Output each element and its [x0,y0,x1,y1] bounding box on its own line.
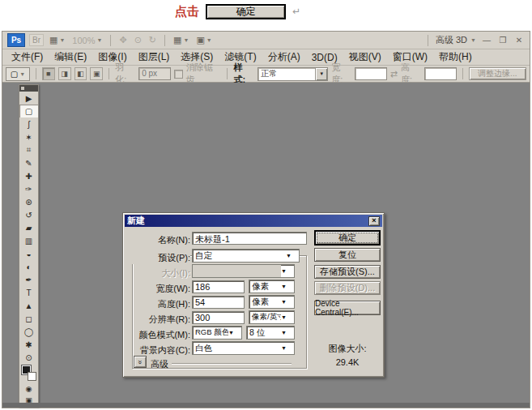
move-tool[interactable]: ▶ [19,92,38,105]
name-input[interactable]: 未标题-1 [192,232,307,245]
rotate-view-icon[interactable]: ↻ [147,35,158,45]
add-to-selection-button[interactable]: ◨ [58,67,71,80]
application-bar: Ps Br ▦▼ 100%▼ ✥ ⊙ ↻ ▦▼ ▣▼ 高级 3D▼ — ❐ ✕ [2,32,530,49]
annotation-ok-button: 确定 [206,4,286,19]
crop-tool[interactable]: ⌗ [19,143,38,156]
magic-wand-tool[interactable]: ✶ [19,130,38,143]
save-preset-button[interactable]: 存储预设(S)... [314,265,381,279]
preset-dropdown[interactable]: 自定 ▼ [192,249,300,263]
history-brush-tool[interactable]: ↺ [19,208,38,221]
menu-analysis[interactable]: 分析(A) [262,49,306,66]
feather-input[interactable]: 0 px [138,67,171,80]
annotation-text: 点击 [175,4,199,19]
chevron-down-icon: ▼ [19,71,25,77]
height-input[interactable] [424,67,457,80]
divider [172,363,292,364]
marquee-icon: ▢ [11,70,18,79]
width-label: 宽度(W): [125,283,190,295]
menu-help[interactable]: 帮助(H) [433,49,478,66]
tutorial-annotation: 点击 确定 ↵ [175,2,300,21]
refine-edge-button[interactable]: 调整边缘... [469,67,526,80]
photoshop-logo: Ps [7,33,25,47]
separator [164,35,165,46]
resolution-label: 分辨率(R): [125,314,190,326]
lasso-tool[interactable]: ʃ [19,117,38,130]
dialog-title-bar[interactable]: 新建 × [125,215,382,227]
options-bar: ▢ ▼ ■ ◨ ◧ ▣ 羽化: 0 px 消除锯齿 样式: 正常 ▼ 宽度: ⇄… [2,66,530,83]
chevron-down-icon: ▼ [286,253,299,258]
intersect-selection-button[interactable]: ▣ [90,67,103,80]
dialog-close-button[interactable]: × [368,216,380,226]
width-input[interactable]: 186 [192,280,245,293]
type-tool[interactable]: T [19,286,38,299]
menu-file[interactable]: 文件(F) [6,49,49,66]
arrange-documents-icon[interactable]: ▦▼ [172,35,190,45]
subtract-from-selection-button[interactable]: ◧ [74,67,87,80]
resolution-unit-dropdown[interactable]: 像素/英寸 ▼ [249,310,295,324]
photoshop-window: Ps Br ▦▼ 100%▼ ✥ ⊙ ↻ ▦▼ ▣▼ 高级 3D▼ — ❐ ✕ [2,31,530,408]
paragraph-return-mark: ↵ [292,6,300,17]
resolution-input[interactable]: 300 [192,311,245,324]
bridge-button[interactable]: Br [29,34,44,46]
dodge-tool[interactable]: ◐ [19,260,38,273]
background-contents-dropdown[interactable]: 白色 ▼ [192,341,295,355]
zoom-icon[interactable]: ⊙ [133,35,143,45]
workspace-switcher[interactable]: 高级 3D▼ [436,34,476,46]
gradient-tool[interactable]: ▥ [19,234,38,247]
reset-button[interactable]: 复位 [314,248,381,262]
quick-mask-button[interactable]: ◉ [19,383,38,395]
swap-dimensions-icon[interactable]: ⇄ [390,69,398,79]
device-central-button[interactable]: Device Central(E)... [314,301,381,315]
bit-depth-dropdown[interactable]: 8 位 ▼ [246,326,295,340]
style-dropdown[interactable]: 正常 ▼ [257,67,328,81]
screen-mode-icon[interactable]: ▣▼ [194,35,213,45]
background-color-swatch[interactable] [28,372,36,381]
separator [428,35,428,46]
preset-label: 预设(P): [125,252,190,264]
menu-layer[interactable]: 图层(L) [133,49,176,66]
width-input[interactable] [355,67,387,80]
menu-edit[interactable]: 编辑(E) [49,49,92,66]
color-mode-dropdown[interactable]: RGB 颜色 ▼ [192,326,242,340]
eyedropper-tool[interactable]: ✎ [19,156,38,169]
antialias-checkbox[interactable] [174,70,183,79]
ok-button[interactable]: 确定 [314,230,381,246]
name-label: 名称(N): [125,234,190,246]
tool-preset-picker[interactable]: ▢ ▼ [6,67,30,81]
height-unit-dropdown[interactable]: 像素 ▼ [249,295,295,309]
toolbox-grip[interactable] [19,85,38,92]
height-input[interactable]: 54 [192,296,245,309]
3d-rotate-tool[interactable]: ◯ [19,325,38,338]
toolbox-palette: ▶ ▢ ʃ ✶ ⌗ ✎ ✚ ✑ ⊛ ↺ ▰ ▥ ◒ ◐ ✒ T ▲ ◻ ◯ ✱ … [19,84,39,407]
image-size-value: 29.4K [314,357,381,367]
clone-stamp-tool[interactable]: ⊛ [19,195,38,208]
close-button[interactable]: ✕ [513,36,525,45]
chevron-down-icon: ▼ [228,330,241,335]
zoom-level-dropdown[interactable]: 100%▼ [70,36,104,45]
rectangular-marquee-tool[interactable]: ▢ [19,105,38,117]
blur-tool[interactable]: ◒ [19,247,38,260]
separator [109,68,109,79]
healing-brush-tool[interactable]: ✚ [19,169,38,182]
menu-bar: 文件(F) 编辑(E) 图像(I) 图层(L) 选择(S) 滤镜(T) 分析(A… [2,49,530,66]
brush-tool[interactable]: ✑ [19,182,38,195]
chevron-down-icon: ▼ [281,284,294,289]
size-dropdown: ▼ [192,264,295,278]
eraser-tool[interactable]: ▰ [19,221,38,234]
hand-tool[interactable]: ✱ [19,338,38,351]
window-bottom-edge [2,403,530,408]
restore-button[interactable]: ❐ [497,36,509,45]
view-extras-icon[interactable]: ▦▼ [48,35,66,45]
pen-tool[interactable]: ✒ [19,273,38,286]
hand-icon[interactable]: ✥ [117,35,128,45]
chevron-down-icon: ▼ [281,268,294,274]
zoom-tool[interactable]: ⊙ [19,351,38,364]
width-unit-dropdown[interactable]: 像素 ▼ [249,280,295,293]
shape-tool[interactable]: ◻ [19,312,38,325]
minimize-button[interactable]: — [481,36,492,45]
new-selection-button[interactable]: ■ [42,67,55,80]
path-selection-tool[interactable]: ▲ [19,299,38,312]
advanced-expand-button[interactable]: » [134,356,147,368]
chevron-down-icon: ▼ [281,299,294,305]
color-mode-label: 颜色模式(M): [125,329,190,341]
